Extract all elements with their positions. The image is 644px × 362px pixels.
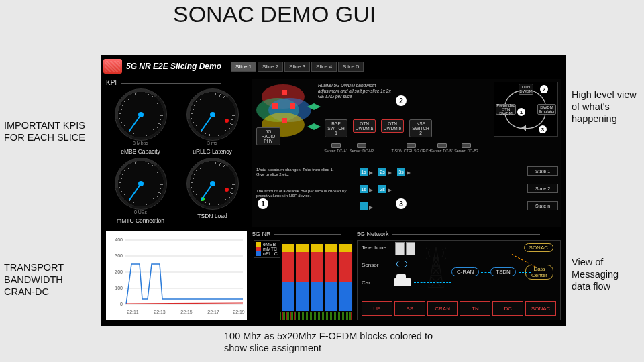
gauge-urllc: 3 ms uRLLC Latency: [178, 88, 247, 155]
tab-slice-2[interactable]: Slice 2: [258, 62, 283, 72]
tower-icon: [426, 243, 446, 290]
state-n: State n: [527, 201, 558, 210]
gauge-mmtc-value: 0 UEs: [134, 210, 147, 215]
dashboard: 5G NR E2E Slicing Demo Slice 1 Slice 2 S…: [101, 55, 566, 326]
server-dcb1: Server: DC-B1: [432, 143, 452, 153]
product-title: 5G NR E2E Slicing Demo: [126, 62, 221, 71]
marker-2: 2: [396, 95, 407, 106]
gauge-embb: 8 Mbps eMBB Capacity: [106, 88, 175, 155]
transport-chart: 0100 200300400 22:1122:13 22:1522:1722:1…: [106, 231, 247, 320]
svg-text:0: 0: [120, 302, 123, 306]
svg-text:200: 200: [115, 269, 123, 274]
svg-text:400: 400: [115, 237, 123, 242]
row-sensor: Sensor: [362, 262, 378, 269]
network-section-label: 5G Network: [357, 231, 561, 237]
state-sq-5: 2s: [378, 185, 386, 193]
emu-num-3: 3: [539, 125, 547, 133]
topology-panel: Huawei 5G DWDM bandwidth adjustment and …: [252, 79, 561, 227]
car-icon: [394, 278, 411, 286]
server-dca1-label: Server: DC-A1: [324, 149, 348, 153]
marker-3: 3: [396, 198, 407, 209]
legend-embb: eMBB: [256, 242, 278, 247]
huawei-logo-icon: [103, 59, 122, 74]
dashboard-header: 5G NR E2E Slicing Demo Slice 1 Slice 2 S…: [103, 58, 564, 75]
svg-marker-18: [521, 125, 526, 131]
emu-num-1: 1: [517, 108, 525, 116]
state-2: State 2: [527, 184, 558, 193]
tab-slice-1[interactable]: Slice 1: [231, 62, 256, 72]
pipe-sonac: SONAC: [525, 301, 556, 316]
pipe-ue: UE: [362, 301, 392, 316]
gauge-urllc-value: 3 ms: [207, 141, 217, 145]
svg-text:300: 300: [115, 253, 123, 258]
server-dca1: Server: DC-A1: [326, 143, 346, 153]
server-dcb2: Server: DC-B2: [456, 143, 476, 153]
topo-note-2: The amount of available BW per slice is …: [256, 189, 357, 198]
node-nsf: NSF SWITCH 2: [409, 119, 432, 137]
annotation-ofdm: 100 Mhz as 5x20Mhz F-OFDM blocks colored…: [224, 330, 439, 354]
topology-description: Huawei 5G DWDM bandwidth adjustment and …: [318, 83, 392, 99]
svg-rect-0: [106, 231, 247, 320]
node-otn-a: OTN DWDM a: [353, 119, 376, 133]
legend-mmtc-label: mMTC: [263, 247, 277, 251]
tab-slice-3[interactable]: Slice 3: [284, 62, 310, 72]
server-tsdn-label: T-SDN CTRL 5G ORCH: [392, 149, 431, 153]
emulator-ring: OTN DWDM DWDM Emulator Pretended OTN DWD…: [494, 82, 558, 137]
gauge-mmtc: 0 UEs mMTC Connection: [106, 158, 175, 224]
svg-text:22:17: 22:17: [207, 310, 219, 314]
kpi-section-label: KPI: [106, 79, 247, 86]
gauge-tsdn: TSDN Load: [178, 158, 247, 224]
tab-slice-5[interactable]: Slice 5: [338, 62, 364, 72]
server-dcb1-label: Server: DC-B1: [430, 149, 454, 153]
state-sq-1: 1s: [360, 168, 368, 176]
tab-slice-4[interactable]: Slice 4: [311, 62, 337, 72]
server-dcb2-label: Server: DC-B2: [454, 149, 478, 153]
phone-icon: [395, 242, 405, 255]
emu-node-right: DWDM Emulator: [537, 104, 556, 115]
annotation-messaging: View of Messaging data flow: [572, 256, 640, 292]
row-telephone: Telephone: [362, 245, 386, 251]
svg-text:22:13: 22:13: [154, 310, 166, 314]
server-tsdn: T-SDN CTRL 5G ORCH: [396, 143, 427, 153]
state-sq-2: 2s: [378, 168, 386, 176]
topo-note-1: 1/add spectrum changes. Take from slice …: [256, 168, 337, 177]
node-switch: BGE SWITCH 1: [325, 119, 347, 137]
nr-panel: 5G NR eMBB mMTC uRLLC: [252, 231, 353, 320]
pill-cran: C-RAN: [451, 267, 479, 276]
annotation-kpis: IMPORTANT KPIS FOR EACH SLICE: [4, 119, 98, 143]
sensor-icon: [396, 261, 407, 267]
gauge-tsdn-caption: TSDN Load: [197, 213, 227, 219]
emu-node-left: Pretended OTN DWDM: [496, 104, 516, 115]
server-dcn2: Server: DC-N2: [352, 143, 372, 153]
emu-num-2: 2: [540, 85, 548, 93]
ofdm-bars: [280, 240, 353, 312]
state-1: State 1: [527, 166, 558, 176]
marker-1: 1: [258, 198, 268, 209]
slice-ovals-icon: [255, 83, 313, 164]
slice-tabs: Slice 1 Slice 2 Slice 3 Slice 4 Slice 5: [231, 62, 364, 72]
page-title: SONAC DEMO GUI: [173, 3, 428, 27]
state-sq-3: 3s: [397, 168, 405, 176]
transport-chart-svg: 0100 200300400 22:1122:13 22:1522:1722:1…: [106, 231, 247, 320]
gauge-embb-caption: eMBB Capacity: [121, 148, 160, 155]
gauge-urllc-caption: uRLLC Latency: [193, 148, 232, 155]
row-car: Car: [362, 280, 370, 286]
svg-text:22:15: 22:15: [180, 310, 193, 314]
emu-node-top: OTN DWDM: [519, 84, 533, 95]
gauge-embb-value: 8 Mbps: [133, 141, 148, 145]
network-panel: 5G Network Telephone Sensor Car: [357, 231, 561, 320]
pipe-cran: CRAN: [427, 301, 458, 316]
svg-text:22:11: 22:11: [127, 310, 139, 314]
svg-text:100: 100: [115, 286, 123, 290]
annotation-highlevel: High level view of what's happening: [572, 88, 640, 125]
nr-legend: eMBB mMTC uRLLC: [254, 240, 280, 258]
pipe-bs: BS: [394, 301, 425, 316]
node-otn-b: OTN DWDM b: [381, 119, 404, 133]
pill-sonac: SONAC: [524, 243, 553, 252]
pipe-tn: TN: [460, 301, 490, 316]
legend-embb-label: eMBB: [263, 242, 276, 247]
gauge-mmtc-caption: mMTC Connection: [117, 217, 164, 224]
state-sq-4: 1s: [360, 185, 368, 193]
annotation-transport: TRANSPORT BANDWIDTH CRAN-DC: [4, 261, 85, 298]
server-dcn2-label: Server: DC-N2: [350, 149, 374, 153]
